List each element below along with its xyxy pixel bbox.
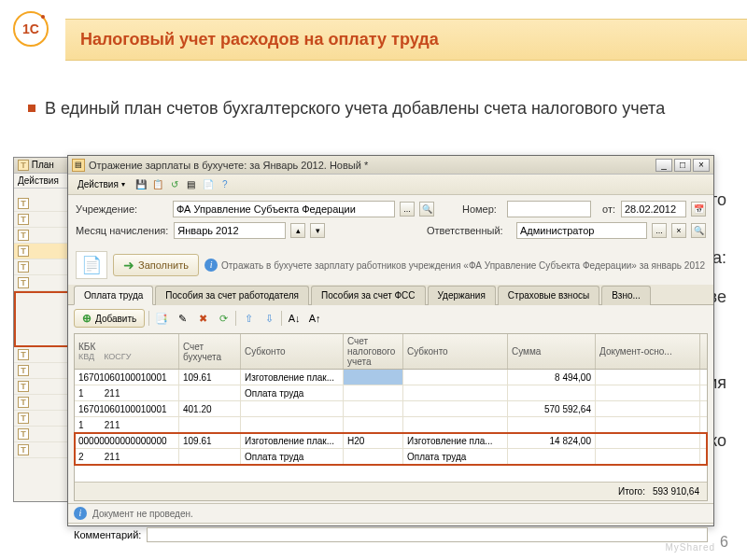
page-number: 6: [720, 534, 728, 551]
info-icon: i: [204, 259, 218, 272]
org-input[interactable]: ФА Управление Субъекта Федерации: [173, 201, 395, 217]
tab-oplata-truda[interactable]: Оплата труда: [74, 286, 153, 305]
maximize-button[interactable]: □: [674, 159, 691, 172]
month-label: Месяц начисления:: [76, 225, 168, 236]
watermark: MyShared: [665, 542, 715, 553]
fill-button[interactable]: ➜Заполнить: [113, 254, 199, 276]
tab-vzno-more[interactable]: Взно...: [601, 286, 651, 305]
month-prev-button[interactable]: ▴: [290, 223, 305, 238]
document-icon: 📄: [76, 251, 107, 279]
date-input[interactable]: 28.02.2012: [621, 201, 686, 217]
table-row[interactable]: 16701060100010001 401.20 570 592,64 1 21…: [75, 401, 707, 433]
minimize-button[interactable]: _: [655, 159, 672, 172]
grid-body: 16701060100010001 109.61 Изготовление пл…: [75, 370, 707, 482]
slide-title: Налоговый учет расходов на оплату труда: [80, 30, 439, 49]
total-row: Итого: 593 910,64: [75, 482, 707, 500]
resp-input[interactable]: Администратор: [516, 222, 647, 239]
total-value: 593 910,64: [653, 486, 699, 497]
toolbar-down-icon[interactable]: ⇩: [261, 310, 277, 327]
tab-posobiya-fss[interactable]: Пособия за счет ФСС: [311, 286, 426, 305]
month-input[interactable]: Январь 2012: [174, 222, 286, 239]
form-header: Учреждение: ФА Управление Субъекта Федер…: [68, 195, 713, 247]
fill-info: i Отражать в бухучете зарплату работнико…: [204, 259, 705, 272]
toolbar-icon-help[interactable]: ?: [218, 178, 232, 191]
date-picker-button[interactable]: 📅: [691, 202, 706, 217]
info-icon: i: [74, 507, 87, 520]
window-salary-reflection: ▤ Отражение зарплаты в бухучете: за Янва…: [67, 155, 714, 526]
bullet-text-1: В единый план счетов бухгалтерского учет…: [45, 98, 665, 119]
window-title: Отражение зарплаты в бухучете: за Январь…: [89, 160, 655, 171]
table-row-highlighted[interactable]: 00000000000000000 109.61 Изготовление пл…: [75, 433, 707, 465]
title-band: Налоговый учет расходов на оплату труда: [65, 19, 747, 61]
col-document[interactable]: Документ-осно...: [596, 334, 700, 369]
toolbar-edit-icon[interactable]: 📑: [153, 310, 170, 327]
col-subkonto1[interactable]: Субконто: [241, 334, 344, 369]
add-button[interactable]: ⊕Добавить: [74, 309, 145, 328]
resp-clear-button[interactable]: ×: [671, 223, 686, 238]
org-label: Учреждение:: [76, 203, 167, 215]
month-next-button[interactable]: ▾: [310, 223, 325, 238]
col-kbk[interactable]: КБК КВД КОСГУ: [75, 334, 179, 369]
close-button[interactable]: ×: [693, 159, 710, 172]
tab-uderzhaniya[interactable]: Удержания: [428, 286, 496, 305]
col-schet-nalog[interactable]: Счет налогового учета: [344, 334, 403, 369]
toolbar-delete-icon[interactable]: ✖: [194, 310, 211, 327]
titlebar[interactable]: ▤ Отражение зарплаты в бухучете: за Янва…: [68, 156, 713, 175]
comment-input[interactable]: [147, 527, 708, 542]
grid: КБК КВД КОСГУ Счет бухучета Субконто Сче…: [74, 333, 708, 501]
toolbar-pencil-icon[interactable]: ✎: [174, 310, 190, 327]
toolbar-icon-copy[interactable]: 📋: [151, 178, 164, 191]
col-summa[interactable]: Сумма: [508, 334, 596, 369]
comment-label: Комментарий:: [74, 529, 141, 540]
resp-select-button[interactable]: ...: [652, 223, 667, 238]
window-plan-accounts: T План Действия T T T T T T T T T T T T …: [13, 157, 69, 502]
col-subkonto2[interactable]: Субконто: [403, 334, 508, 369]
from-label: от:: [597, 203, 615, 215]
org-select-button[interactable]: ...: [400, 202, 415, 217]
status-bar: i Документ не проведен.: [68, 503, 713, 523]
num-input[interactable]: [507, 201, 591, 217]
window-icon: ▤: [72, 159, 85, 172]
toolbar-icon-list[interactable]: ▤: [185, 178, 198, 191]
col-schet[interactable]: Счет бухучета: [179, 334, 241, 369]
toolbar-refresh-icon[interactable]: ⟳: [215, 310, 232, 327]
toolbar-sort-desc-icon[interactable]: A↑: [306, 310, 323, 327]
logo-1c: [13, 11, 54, 52]
toolbar-sort-asc-icon[interactable]: A↓: [286, 310, 303, 327]
toolbar: Действия▾ 💾 📋 ↺ ▤ 📄 ?: [68, 175, 713, 195]
tab-toolbar: ⊕Добавить 📑 ✎ ✖ ⟳ ⇧ ⇩ A↓ A↑: [68, 305, 713, 331]
resp-open-button[interactable]: 🔍: [691, 223, 706, 238]
fill-row: 📄 ➜Заполнить i Отражать в бухучете зарпл…: [68, 247, 713, 285]
tab-strah-vznosy[interactable]: Страховые взносы: [498, 286, 599, 305]
org-open-button[interactable]: 🔍: [419, 202, 434, 217]
selected-cell[interactable]: [344, 370, 403, 385]
toolbar-icon-save[interactable]: 💾: [134, 178, 148, 191]
toolbar-up-icon[interactable]: ⇧: [240, 310, 257, 327]
actions-menu[interactable]: Действия▾: [72, 177, 131, 191]
back-window-title: T План: [14, 158, 68, 174]
num-label: Номер:: [462, 203, 501, 215]
bullet-area: В единый план счетов бухгалтерского учет…: [28, 98, 728, 125]
status-text: Документ не проведен.: [92, 509, 193, 519]
tabs: Оплата труда Пособия за счет работодател…: [68, 285, 713, 305]
grid-header: КБК КВД КОСГУ Счет бухучета Субконто Сче…: [75, 334, 707, 370]
back-window-menu[interactable]: Действия: [14, 174, 68, 189]
comment-row: Комментарий:: [68, 523, 713, 546]
resp-label: Ответственный:: [427, 225, 511, 236]
tab-posobiya-rabotodatel[interactable]: Пособия за счет работодателя: [155, 286, 309, 305]
total-label: Итого:: [618, 486, 645, 497]
toolbar-icon-preview[interactable]: 📄: [202, 178, 215, 191]
table-row[interactable]: 16701060100010001 109.61 Изготовление пл…: [75, 370, 707, 401]
toolbar-icon-arrow[interactable]: ↺: [168, 178, 181, 191]
bullet-marker: [28, 105, 35, 112]
